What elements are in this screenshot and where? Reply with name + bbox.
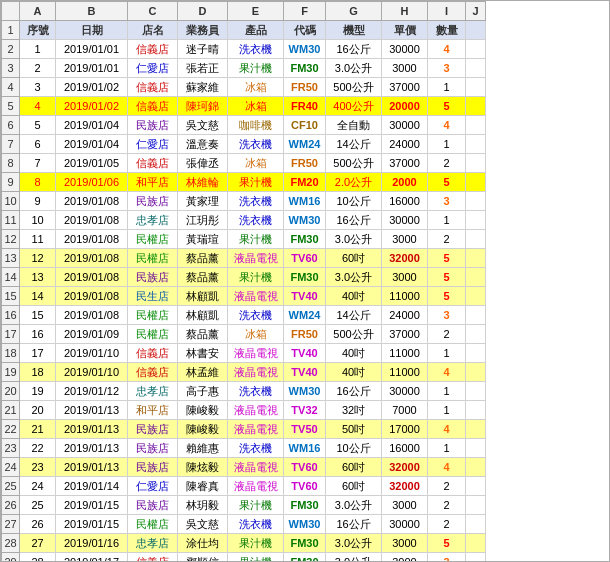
cell: 民權店 xyxy=(128,306,178,325)
cell: 18 xyxy=(20,363,56,382)
cell xyxy=(466,59,486,78)
cell: 4 xyxy=(428,420,466,439)
cell xyxy=(466,306,486,325)
table-row: 6 5 2019/01/04 民族店 吳文慈 咖啡機 CF10 全自動 3000… xyxy=(2,116,486,135)
cell: 28 xyxy=(20,553,56,563)
col-header-d[interactable]: D xyxy=(178,2,228,21)
cell: 蔡品薰 xyxy=(178,249,228,268)
row-num: 29 xyxy=(2,553,20,563)
table-row: 28 27 2019/01/16 忠孝店 涂仕均 果汁機 FM30 3.0公升 … xyxy=(2,534,486,553)
row-num: 12 xyxy=(2,230,20,249)
col-header-b[interactable]: B xyxy=(56,2,128,21)
cell: 忠孝店 xyxy=(128,211,178,230)
cell: 40吋 xyxy=(326,363,382,382)
col-header-a[interactable]: A xyxy=(20,2,56,21)
table-row: 4 3 2019/01/02 信義店 蘇家維 冰箱 FR50 500公升 370… xyxy=(2,78,486,97)
cell: WM30 xyxy=(284,40,326,59)
col-header-h[interactable]: H xyxy=(382,2,428,21)
col-header-i[interactable]: I xyxy=(428,2,466,21)
cell: 江玥彤 xyxy=(178,211,228,230)
cell: TV60 xyxy=(284,477,326,496)
cell: 信義店 xyxy=(128,97,178,116)
spreadsheet: A B C D E F G H I J 1 序號 日期 店名 業務員 產品 代碼… xyxy=(0,0,610,562)
cell xyxy=(466,192,486,211)
cell: 23 xyxy=(20,458,56,477)
table-row: 19 18 2019/01/10 信義店 林孟維 液晶電視 TV40 40吋 1… xyxy=(2,363,486,382)
cell: 洗衣機 xyxy=(228,192,284,211)
cell: 13 xyxy=(20,268,56,287)
cell: 2 xyxy=(428,496,466,515)
cell: 37000 xyxy=(382,154,428,173)
cell: 仁愛店 xyxy=(128,59,178,78)
cell: 民族店 xyxy=(128,420,178,439)
cell: 30000 xyxy=(382,40,428,59)
cell: 3 xyxy=(428,192,466,211)
table-row: 26 25 2019/01/15 民族店 林玥毅 果汁機 FM30 3.0公升 … xyxy=(2,496,486,515)
col-header-f[interactable]: F xyxy=(284,2,326,21)
cell: 20000 xyxy=(382,97,428,116)
cell: 產品 xyxy=(228,21,284,40)
cell: 和平店 xyxy=(128,401,178,420)
cell: 溫意奏 xyxy=(178,135,228,154)
cell: 液晶電視 xyxy=(228,363,284,382)
cell: 32000 xyxy=(382,458,428,477)
cell: 涂仕均 xyxy=(178,534,228,553)
cell: 果汁機 xyxy=(228,59,284,78)
cell: 民族店 xyxy=(128,496,178,515)
cell: 11000 xyxy=(382,344,428,363)
cell: 2019/01/13 xyxy=(56,458,128,477)
cell: 信義店 xyxy=(128,363,178,382)
row-num: 5 xyxy=(2,97,20,116)
cell: 7000 xyxy=(382,401,428,420)
row-num: 7 xyxy=(2,135,20,154)
cell: 3 xyxy=(428,306,466,325)
cell: 民權店 xyxy=(128,249,178,268)
cell: 5 xyxy=(428,97,466,116)
cell: TV32 xyxy=(284,401,326,420)
table-row: 3 2 2019/01/01 仁愛店 張若正 果汁機 FM30 3.0公升 30… xyxy=(2,59,486,78)
cell: 500公升 xyxy=(326,325,382,344)
cell: 張若正 xyxy=(178,59,228,78)
row-num: 19 xyxy=(2,363,20,382)
cell: 16公斤 xyxy=(326,40,382,59)
col-header-e[interactable]: E xyxy=(228,2,284,21)
cell: 2019/01/08 xyxy=(56,249,128,268)
cell: 60吋 xyxy=(326,249,382,268)
cell: 陳峻毅 xyxy=(178,420,228,439)
cell: 洗衣機 xyxy=(228,382,284,401)
cell: 2019/01/05 xyxy=(56,154,128,173)
cell: 500公升 xyxy=(326,154,382,173)
row-num: 20 xyxy=(2,382,20,401)
cell: 2 xyxy=(428,230,466,249)
cell: 3000 xyxy=(382,230,428,249)
cell: 27 xyxy=(20,534,56,553)
cell: 果汁機 xyxy=(228,268,284,287)
col-header-g[interactable]: G xyxy=(326,2,382,21)
cell xyxy=(466,382,486,401)
cell: 2 xyxy=(428,154,466,173)
col-header-j[interactable]: J xyxy=(466,2,486,21)
table-row: 17 16 2019/01/09 民權店 蔡品薰 冰箱 FR50 500公升 3… xyxy=(2,325,486,344)
cell: 黃家理 xyxy=(178,192,228,211)
row-num: 14 xyxy=(2,268,20,287)
cell: 單價 xyxy=(382,21,428,40)
table-row: 25 24 2019/01/14 仁愛店 陳睿真 液晶電視 TV60 60吋 3… xyxy=(2,477,486,496)
row-num: 21 xyxy=(2,401,20,420)
cell: 1 xyxy=(428,401,466,420)
cell: 仁愛店 xyxy=(128,135,178,154)
col-header-c[interactable]: C xyxy=(128,2,178,21)
cell: 32000 xyxy=(382,477,428,496)
cell: FM30 xyxy=(284,230,326,249)
row-num: 4 xyxy=(2,78,20,97)
cell: 11 xyxy=(20,230,56,249)
cell: 5 xyxy=(20,116,56,135)
cell: FR50 xyxy=(284,154,326,173)
cell: 11000 xyxy=(382,287,428,306)
cell: 40吋 xyxy=(326,287,382,306)
cell: 1 xyxy=(428,344,466,363)
cell: 2019/01/10 xyxy=(56,344,128,363)
row-num: 8 xyxy=(2,154,20,173)
cell xyxy=(466,154,486,173)
cell: 業務員 xyxy=(178,21,228,40)
cell xyxy=(466,363,486,382)
